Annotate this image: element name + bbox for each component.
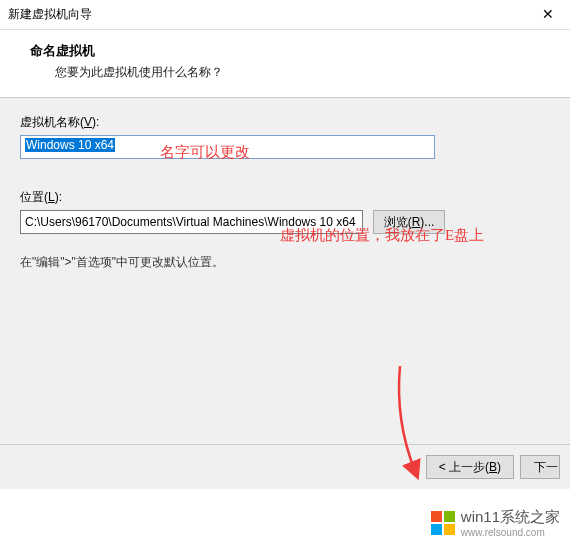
titlebar: 新建虚拟机向导 ✕ <box>0 0 570 30</box>
header-title: 命名虚拟机 <box>30 42 550 60</box>
vm-location-input[interactable] <box>20 210 363 234</box>
watermark-main: win11系统之家 <box>461 508 560 527</box>
next-button[interactable]: 下一 <box>520 455 560 479</box>
close-icon[interactable]: ✕ <box>538 4 558 24</box>
watermark-sub: www.relsound.com <box>461 527 560 538</box>
browse-button[interactable]: 浏览(R)... <box>373 210 445 234</box>
vm-location-group: 位置(L): 浏览(R)... <box>20 189 550 234</box>
wizard-footer: < 上一步(B) 下一 <box>0 444 570 489</box>
vm-name-group: 虚拟机名称(V): Windows 10 x64 <box>20 114 550 159</box>
wizard-content: 虚拟机名称(V): Windows 10 x64 名字可以更改 位置(L): 浏… <box>0 98 570 478</box>
vm-name-label: 虚拟机名称(V): <box>20 114 550 131</box>
watermark-logo-icon <box>431 511 455 535</box>
wizard-header: 命名虚拟机 您要为此虚拟机使用什么名称？ <box>0 30 570 98</box>
back-button[interactable]: < 上一步(B) <box>426 455 514 479</box>
header-subtitle: 您要为此虚拟机使用什么名称？ <box>55 64 550 81</box>
default-location-hint: 在"编辑">"首选项"中可更改默认位置。 <box>20 254 550 271</box>
watermark: win11系统之家 www.relsound.com <box>431 508 560 538</box>
vm-location-label: 位置(L): <box>20 189 550 206</box>
vm-name-input[interactable]: Windows 10 x64 <box>20 135 435 159</box>
window-title: 新建虚拟机向导 <box>8 6 92 23</box>
